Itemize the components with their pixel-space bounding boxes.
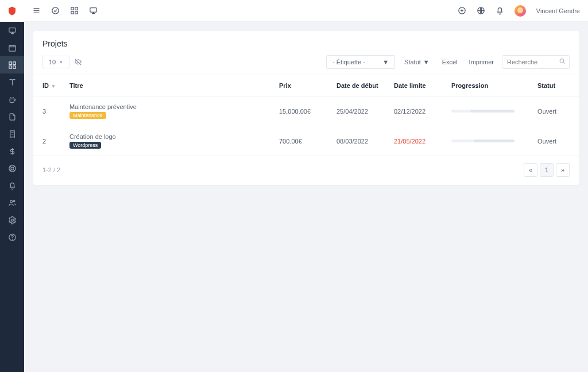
nav-coffee[interactable] (0, 91, 24, 108)
plus-circle-icon (458, 6, 466, 15)
page-size-value: 10 (49, 59, 56, 65)
svg-rect-2 (9, 61, 11, 64)
svg-rect-17 (75, 11, 78, 14)
svg-rect-14 (71, 7, 74, 10)
pager-page-1[interactable]: 1 (540, 163, 554, 177)
table-row[interactable]: 2Création de logoWordpress700.00€08/03/2… (33, 126, 579, 156)
cell-title: Maintenance préventiveMaintenance (65, 96, 274, 126)
export-excel-button[interactable]: Excel (439, 56, 461, 68)
svg-point-12 (12, 239, 13, 239)
dollar-icon (8, 147, 17, 156)
svg-point-7 (11, 167, 14, 170)
project-title-link[interactable]: Maintenance préventive (69, 103, 270, 110)
bell-icon (8, 181, 17, 190)
page-title: Projets (33, 39, 579, 55)
project-title-link[interactable]: Création de logo (69, 133, 270, 140)
projects-card: Projets 10 ▼ - Étiquette - ▼ Statut ▼ (33, 31, 579, 185)
cell-progress (447, 126, 533, 156)
help-icon (8, 233, 17, 242)
pager-last[interactable]: » (556, 163, 570, 177)
brand-logo-icon (7, 6, 17, 16)
display-shortcut[interactable] (89, 6, 98, 15)
cell-start: 25/04/2022 (332, 96, 389, 126)
pager: « 1 » (524, 163, 570, 177)
search-icon (559, 58, 566, 67)
monitor-icon (89, 6, 98, 15)
svg-rect-4 (9, 65, 11, 68)
check-circle-icon (51, 6, 60, 15)
monitor-icon (8, 26, 17, 35)
notifications-button[interactable] (496, 6, 504, 15)
file-icon (8, 113, 17, 121)
nav-file[interactable] (0, 108, 24, 125)
nav-calendar[interactable] (0, 39, 24, 56)
cell-status: Ouvert (533, 96, 579, 126)
hide-columns-button[interactable] (74, 58, 82, 66)
svg-point-10 (11, 219, 13, 221)
nav-support[interactable] (0, 160, 24, 177)
label-filter-value: - Étiquette - (332, 59, 365, 65)
pager-first[interactable]: « (524, 163, 537, 177)
language-button[interactable] (477, 6, 485, 15)
nav-receipt[interactable] (0, 125, 24, 142)
svg-rect-1 (9, 45, 15, 51)
pagination-info: 1-2 / 2 (42, 166, 60, 173)
bell-icon (496, 6, 504, 15)
nav-dashboard[interactable] (0, 22, 24, 39)
eye-off-icon (74, 58, 82, 66)
status-filter-label: Statut (404, 59, 421, 65)
apps-shortcut[interactable] (70, 6, 79, 15)
svg-point-9 (13, 200, 15, 202)
menu-toggle[interactable] (32, 6, 41, 15)
cell-start: 08/03/2022 (332, 126, 389, 156)
add-button[interactable] (458, 6, 466, 15)
username[interactable]: Vincent Gendre (536, 7, 580, 14)
cell-price: 700.00€ (274, 126, 332, 156)
cell-status: Ouvert (533, 126, 579, 156)
nav-users[interactable] (0, 194, 24, 211)
status-filter[interactable]: Statut ▼ (400, 56, 434, 68)
col-title[interactable]: Titre (65, 75, 274, 96)
chevron-down-icon: ▼ (59, 60, 63, 65)
chevron-down-icon: ▼ (423, 59, 430, 65)
svg-rect-18 (90, 8, 96, 13)
receipt-icon (8, 130, 17, 138)
col-status[interactable]: Statut (533, 75, 579, 96)
avatar[interactable] (514, 5, 526, 17)
globe-icon (477, 6, 485, 15)
logo[interactable] (0, 0, 24, 22)
col-price[interactable]: Prix (274, 75, 332, 96)
nav-help[interactable] (0, 228, 24, 246)
cell-progress (447, 96, 533, 126)
tasks-shortcut[interactable] (51, 6, 60, 15)
nav-billing[interactable] (0, 142, 24, 160)
sort-desc-icon: ▼ (51, 84, 56, 89)
nav-docs[interactable] (0, 73, 24, 91)
page-size-select[interactable]: 10 ▼ (42, 56, 69, 68)
gear-icon (8, 216, 17, 224)
svg-rect-16 (71, 11, 74, 14)
svg-point-21 (560, 59, 564, 63)
cell-deadline: 02/12/2022 (389, 96, 447, 126)
menu-icon (32, 6, 41, 15)
svg-point-8 (10, 200, 12, 203)
svg-rect-0 (9, 28, 15, 32)
cell-id: 3 (33, 96, 65, 126)
sidebar (0, 0, 24, 372)
nav-notifications[interactable] (0, 177, 24, 194)
label-filter[interactable]: - Étiquette - ▼ (326, 55, 395, 69)
cell-deadline: 21/05/2022 (389, 126, 447, 156)
nav-projects[interactable] (0, 56, 24, 73)
col-deadline[interactable]: Date limite (389, 75, 447, 96)
col-start[interactable]: Date de début (332, 75, 389, 96)
col-progress[interactable]: Progression (447, 75, 533, 96)
print-button[interactable]: Imprimer (466, 56, 497, 68)
lifebuoy-icon (8, 164, 17, 173)
nav-settings[interactable] (0, 211, 24, 228)
col-id[interactable]: ID▼ (33, 75, 65, 96)
book-icon (8, 78, 17, 87)
svg-rect-3 (13, 61, 15, 64)
table-row[interactable]: 3Maintenance préventiveMaintenance15,000… (33, 96, 579, 126)
svg-rect-15 (75, 7, 78, 10)
project-tag: Maintenance (69, 112, 106, 119)
